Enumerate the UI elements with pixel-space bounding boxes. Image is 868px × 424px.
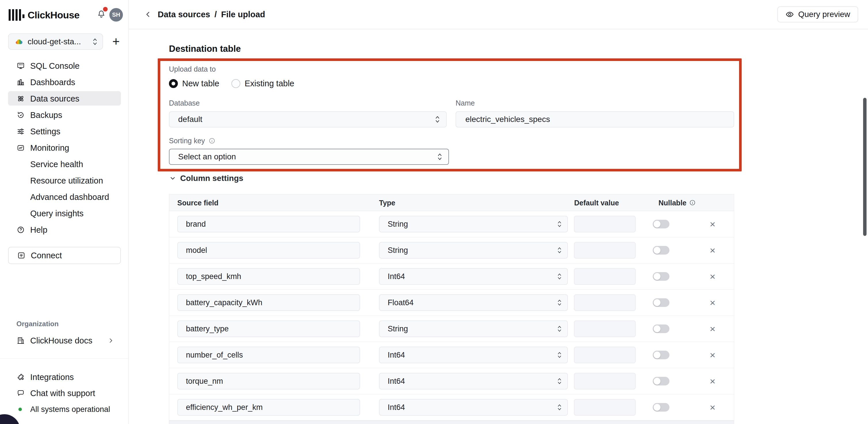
- type-select[interactable]: Int64: [379, 347, 568, 363]
- source-field-input[interactable]: [177, 373, 360, 390]
- remove-row-button[interactable]: ×: [706, 296, 719, 309]
- sidebar-item-backups[interactable]: Backups: [0, 107, 128, 123]
- header-nullable-label: Nullable: [658, 198, 686, 207]
- table-name-input[interactable]: [465, 115, 719, 124]
- service-selector[interactable]: cloud-get-sta...: [8, 33, 103, 50]
- database-select-value: default: [178, 115, 202, 124]
- sidebar-item-label: Dashboards: [30, 77, 75, 87]
- default-value-input[interactable]: [574, 268, 636, 285]
- sorting-key-placeholder: Select an option: [178, 152, 236, 161]
- toggle-knob: [654, 352, 660, 358]
- source-field-input[interactable]: [177, 399, 360, 416]
- sidebar-item-dashboards[interactable]: Dashboards: [0, 74, 128, 90]
- remove-row-button[interactable]: ×: [706, 218, 719, 230]
- sidebar-item-monitoring[interactable]: Monitoring: [0, 139, 128, 156]
- info-icon[interactable]: [209, 137, 215, 144]
- default-value-input[interactable]: [574, 347, 636, 363]
- header-nullable: Nullable: [658, 198, 695, 207]
- type-select[interactable]: Float64: [379, 294, 568, 311]
- updown-chevron-icon: [557, 299, 562, 307]
- nullable-toggle[interactable]: [653, 298, 670, 307]
- updown-chevron-icon: [557, 246, 562, 254]
- building-icon: [17, 336, 25, 345]
- header-source-field: Source field: [177, 198, 218, 207]
- source-field-input[interactable]: [177, 347, 360, 363]
- table-row: Int64 ×: [169, 368, 734, 394]
- system-status[interactable]: All systems operational: [0, 401, 128, 417]
- column-settings-label: Column settings: [180, 174, 243, 183]
- type-select[interactable]: String: [379, 321, 568, 337]
- query-preview-button[interactable]: Query preview: [777, 6, 858, 23]
- sidebar-item-clickhouse-docs[interactable]: ClickHouse docs: [0, 332, 128, 349]
- table-row: Int64 ×: [169, 394, 734, 421]
- nullable-toggle[interactable]: [653, 272, 670, 281]
- source-field-input[interactable]: [177, 268, 360, 285]
- table-header-row: Source field Type Default value Nullable: [169, 194, 734, 211]
- updown-chevron-icon: [437, 153, 443, 161]
- default-value-input[interactable]: [574, 294, 636, 311]
- query-preview-label: Query preview: [798, 10, 850, 19]
- column-settings-toggle[interactable]: Column settings: [169, 174, 243, 183]
- type-select[interactable]: String: [379, 242, 568, 259]
- type-select[interactable]: Int64: [379, 399, 568, 416]
- sidebar-item-resource-utilization[interactable]: Resource utilization: [0, 172, 128, 189]
- default-value-input[interactable]: [574, 373, 636, 390]
- remove-row-button[interactable]: ×: [706, 349, 719, 361]
- remove-row-button[interactable]: ×: [706, 375, 719, 388]
- type-select[interactable]: Int64: [379, 373, 568, 390]
- default-value-input[interactable]: [574, 242, 636, 259]
- sidebar-item-query-insights[interactable]: Query insights: [0, 205, 128, 222]
- nullable-toggle[interactable]: [653, 351, 670, 359]
- default-value-input[interactable]: [574, 399, 636, 416]
- source-field-input[interactable]: [177, 321, 360, 337]
- default-value-input[interactable]: [574, 216, 636, 232]
- updown-chevron-icon: [557, 272, 562, 281]
- updown-chevron-icon: [557, 325, 562, 333]
- remove-row-button[interactable]: ×: [706, 401, 719, 414]
- connect-button[interactable]: Connect: [8, 247, 121, 264]
- sidebar-item-data-sources[interactable]: Data sources: [0, 90, 128, 107]
- source-field-input[interactable]: [177, 294, 360, 311]
- sorting-key-select[interactable]: Select an option: [169, 149, 449, 165]
- table-row: Float64 ×: [169, 290, 734, 316]
- nullable-toggle[interactable]: [653, 377, 670, 386]
- sidebar-item-label: Chat with support: [30, 388, 95, 398]
- toggle-knob: [654, 378, 660, 385]
- column-settings-table: Source field Type Default value Nullable…: [169, 194, 734, 424]
- nullable-toggle[interactable]: [653, 324, 670, 333]
- main-area: Data sources / File upload Query preview…: [129, 0, 868, 424]
- toggle-knob: [654, 247, 660, 254]
- brand-name: ClickHouse: [28, 9, 80, 21]
- nullable-toggle[interactable]: [653, 403, 670, 412]
- nullable-toggle[interactable]: [653, 246, 670, 255]
- type-select[interactable]: String: [379, 216, 568, 232]
- existing-table-radio[interactable]: [231, 79, 240, 88]
- vertical-scrollbar[interactable]: [863, 98, 867, 236]
- info-icon[interactable]: [689, 200, 695, 206]
- highlight-red-box: Upload data to New table Existing table …: [158, 58, 742, 171]
- default-value-input[interactable]: [574, 321, 636, 337]
- source-field-input[interactable]: [177, 242, 360, 259]
- remove-row-button[interactable]: ×: [706, 322, 719, 335]
- sidebar-item-chat-support[interactable]: Chat with support: [0, 385, 128, 401]
- sidebar-item-settings[interactable]: Settings: [0, 123, 128, 139]
- table-row: String ×: [169, 211, 734, 237]
- sidebar-item-label: Resource utilization: [30, 176, 103, 185]
- remove-row-button[interactable]: ×: [706, 244, 719, 257]
- breadcrumb-data-sources[interactable]: Data sources: [158, 10, 210, 19]
- nullable-toggle[interactable]: [653, 220, 670, 228]
- type-select[interactable]: Int64: [379, 268, 568, 285]
- database-select[interactable]: default: [169, 111, 447, 127]
- sidebar-item-service-health[interactable]: Service health: [0, 156, 128, 172]
- remove-row-button[interactable]: ×: [706, 270, 719, 283]
- back-button[interactable]: [144, 10, 153, 19]
- sidebar-item-sql-console[interactable]: SQL Console: [0, 58, 128, 74]
- type-select-value: Int64: [388, 403, 405, 412]
- source-field-input[interactable]: [177, 216, 360, 232]
- sidebar-item-advanced-dashboard[interactable]: Advanced dashboard: [0, 189, 128, 205]
- sidebar-item-integrations[interactable]: Integrations: [0, 369, 128, 385]
- new-table-radio[interactable]: [169, 79, 178, 88]
- user-avatar[interactable]: SH: [110, 8, 123, 22]
- sidebar-item-help[interactable]: Help: [0, 222, 128, 238]
- add-service-button[interactable]: +: [109, 34, 123, 49]
